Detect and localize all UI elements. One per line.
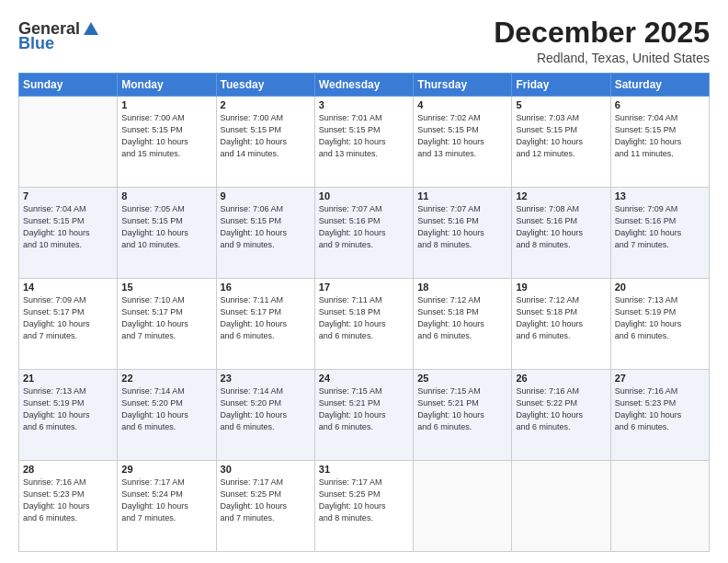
day-detail: Sunrise: 7:10 AM Sunset: 5:17 PM Dayligh…: [121, 294, 211, 342]
calendar-cell: 25Sunrise: 7:15 AM Sunset: 5:21 PM Dayli…: [414, 370, 512, 461]
day-number: 5: [516, 99, 606, 110]
day-detail: Sunrise: 7:07 AM Sunset: 5:16 PM Dayligh…: [319, 203, 409, 251]
subtitle: Redland, Texas, United States: [494, 51, 710, 65]
day-number: 25: [417, 373, 507, 384]
calendar-cell: 18Sunrise: 7:12 AM Sunset: 5:18 PM Dayli…: [414, 279, 512, 370]
calendar-cell: 24Sunrise: 7:15 AM Sunset: 5:21 PM Dayli…: [314, 370, 413, 461]
calendar-cell: 6Sunrise: 7:04 AM Sunset: 5:15 PM Daylig…: [610, 97, 709, 188]
day-number: 29: [121, 464, 211, 475]
day-detail: Sunrise: 7:17 AM Sunset: 5:25 PM Dayligh…: [221, 477, 311, 524]
calendar-cell: 27Sunrise: 7:16 AM Sunset: 5:23 PM Dayli…: [610, 370, 709, 461]
calendar-cell: [610, 461, 709, 552]
calendar-cell: 16Sunrise: 7:11 AM Sunset: 5:17 PM Dayli…: [216, 279, 314, 370]
day-header-monday: Monday: [118, 74, 216, 97]
calendar-cell: 23Sunrise: 7:14 AM Sunset: 5:20 PM Dayli…: [216, 370, 314, 461]
calendar-cell: 17Sunrise: 7:11 AM Sunset: 5:18 PM Dayli…: [314, 279, 413, 370]
calendar-cell: 13Sunrise: 7:09 AM Sunset: 5:16 PM Dayli…: [610, 188, 709, 279]
main-title: December 2025: [494, 17, 710, 49]
calendar-table: SundayMondayTuesdayWednesdayThursdayFrid…: [18, 73, 710, 552]
day-number: 13: [615, 190, 705, 201]
calendar-cell: 31Sunrise: 7:17 AM Sunset: 5:25 PM Dayli…: [314, 461, 413, 552]
day-detail: Sunrise: 7:02 AM Sunset: 5:15 PM Dayligh…: [417, 112, 507, 160]
day-number: 6: [615, 99, 705, 110]
day-number: 3: [319, 99, 409, 110]
day-detail: Sunrise: 7:00 AM Sunset: 5:15 PM Dayligh…: [221, 112, 311, 160]
day-detail: Sunrise: 7:13 AM Sunset: 5:19 PM Dayligh…: [23, 385, 113, 433]
day-number: 9: [221, 190, 311, 201]
calendar-row: 21Sunrise: 7:13 AM Sunset: 5:19 PM Dayli…: [19, 370, 710, 461]
day-detail: Sunrise: 7:16 AM Sunset: 5:22 PM Dayligh…: [516, 385, 606, 433]
day-detail: Sunrise: 7:09 AM Sunset: 5:17 PM Dayligh…: [23, 294, 113, 342]
day-detail: Sunrise: 7:16 AM Sunset: 5:23 PM Dayligh…: [615, 385, 705, 433]
day-number: 20: [615, 282, 705, 293]
day-detail: Sunrise: 7:14 AM Sunset: 5:20 PM Dayligh…: [121, 385, 211, 433]
calendar-cell: 22Sunrise: 7:14 AM Sunset: 5:20 PM Dayli…: [118, 370, 216, 461]
day-number: 4: [417, 99, 507, 110]
day-detail: Sunrise: 7:01 AM Sunset: 5:15 PM Dayligh…: [319, 112, 409, 160]
calendar-cell: 20Sunrise: 7:13 AM Sunset: 5:19 PM Dayli…: [610, 279, 709, 370]
calendar-row: 7Sunrise: 7:04 AM Sunset: 5:15 PM Daylig…: [19, 188, 710, 279]
svg-marker-0: [84, 22, 98, 35]
calendar-cell: [414, 461, 512, 552]
day-number: 17: [319, 282, 409, 293]
day-number: 22: [121, 373, 211, 384]
calendar-cell: 12Sunrise: 7:08 AM Sunset: 5:16 PM Dayli…: [512, 188, 610, 279]
calendar-cell: 1Sunrise: 7:00 AM Sunset: 5:15 PM Daylig…: [118, 97, 216, 188]
day-detail: Sunrise: 7:15 AM Sunset: 5:21 PM Dayligh…: [319, 385, 409, 433]
day-header-sunday: Sunday: [19, 74, 118, 97]
calendar-row: 28Sunrise: 7:16 AM Sunset: 5:23 PM Dayli…: [19, 461, 710, 552]
logo: General Blue: [18, 20, 100, 53]
calendar-row: 14Sunrise: 7:09 AM Sunset: 5:17 PM Dayli…: [19, 279, 710, 370]
day-detail: Sunrise: 7:05 AM Sunset: 5:15 PM Dayligh…: [121, 203, 211, 251]
header: General Blue December 2025 Redland, Texa…: [18, 17, 710, 65]
calendar-cell: 5Sunrise: 7:03 AM Sunset: 5:15 PM Daylig…: [512, 97, 610, 188]
day-number: 19: [516, 282, 606, 293]
day-header-thursday: Thursday: [414, 74, 512, 97]
page: General Blue December 2025 Redland, Texa…: [0, 0, 728, 563]
calendar-cell: 29Sunrise: 7:17 AM Sunset: 5:24 PM Dayli…: [118, 461, 216, 552]
day-detail: Sunrise: 7:12 AM Sunset: 5:18 PM Dayligh…: [417, 294, 507, 342]
day-header-tuesday: Tuesday: [216, 74, 314, 97]
calendar-cell: 19Sunrise: 7:12 AM Sunset: 5:18 PM Dayli…: [512, 279, 610, 370]
calendar-cell: 9Sunrise: 7:06 AM Sunset: 5:15 PM Daylig…: [216, 188, 314, 279]
day-number: 2: [221, 99, 311, 110]
calendar-header-row: SundayMondayTuesdayWednesdayThursdayFrid…: [19, 74, 710, 97]
day-detail: Sunrise: 7:09 AM Sunset: 5:16 PM Dayligh…: [615, 203, 705, 251]
day-number: 31: [319, 464, 409, 475]
day-detail: Sunrise: 7:13 AM Sunset: 5:19 PM Dayligh…: [615, 294, 705, 342]
calendar-cell: 21Sunrise: 7:13 AM Sunset: 5:19 PM Dayli…: [19, 370, 118, 461]
day-header-saturday: Saturday: [610, 74, 709, 97]
calendar-cell: 10Sunrise: 7:07 AM Sunset: 5:16 PM Dayli…: [314, 188, 413, 279]
day-number: 16: [221, 282, 311, 293]
day-number: 23: [221, 373, 311, 384]
day-detail: Sunrise: 7:03 AM Sunset: 5:15 PM Dayligh…: [516, 112, 606, 160]
day-detail: Sunrise: 7:07 AM Sunset: 5:16 PM Dayligh…: [417, 203, 507, 251]
day-number: 24: [319, 373, 409, 384]
day-number: 7: [23, 190, 113, 201]
day-detail: Sunrise: 7:00 AM Sunset: 5:15 PM Dayligh…: [121, 112, 211, 160]
day-detail: Sunrise: 7:16 AM Sunset: 5:23 PM Dayligh…: [23, 477, 113, 524]
calendar-cell: 14Sunrise: 7:09 AM Sunset: 5:17 PM Dayli…: [19, 279, 118, 370]
day-detail: Sunrise: 7:08 AM Sunset: 5:16 PM Dayligh…: [516, 203, 606, 251]
day-number: 15: [121, 282, 211, 293]
day-number: 26: [516, 373, 606, 384]
day-number: 12: [516, 190, 606, 201]
day-number: 28: [23, 464, 113, 475]
calendar-cell: 28Sunrise: 7:16 AM Sunset: 5:23 PM Dayli…: [19, 461, 118, 552]
day-number: 8: [121, 190, 211, 201]
day-number: 21: [23, 373, 113, 384]
logo-icon: [82, 20, 100, 39]
calendar-cell: 3Sunrise: 7:01 AM Sunset: 5:15 PM Daylig…: [314, 97, 413, 188]
calendar-cell: 7Sunrise: 7:04 AM Sunset: 5:15 PM Daylig…: [19, 188, 118, 279]
day-number: 30: [221, 464, 311, 475]
day-detail: Sunrise: 7:17 AM Sunset: 5:25 PM Dayligh…: [319, 477, 409, 524]
title-block: December 2025 Redland, Texas, United Sta…: [494, 17, 710, 65]
calendar-cell: 30Sunrise: 7:17 AM Sunset: 5:25 PM Dayli…: [216, 461, 314, 552]
day-detail: Sunrise: 7:11 AM Sunset: 5:17 PM Dayligh…: [221, 294, 311, 342]
day-detail: Sunrise: 7:04 AM Sunset: 5:15 PM Dayligh…: [23, 203, 113, 251]
calendar-cell: 15Sunrise: 7:10 AM Sunset: 5:17 PM Dayli…: [118, 279, 216, 370]
day-header-wednesday: Wednesday: [314, 74, 413, 97]
day-detail: Sunrise: 7:17 AM Sunset: 5:24 PM Dayligh…: [121, 477, 211, 524]
day-number: 10: [319, 190, 409, 201]
calendar-cell: 8Sunrise: 7:05 AM Sunset: 5:15 PM Daylig…: [118, 188, 216, 279]
